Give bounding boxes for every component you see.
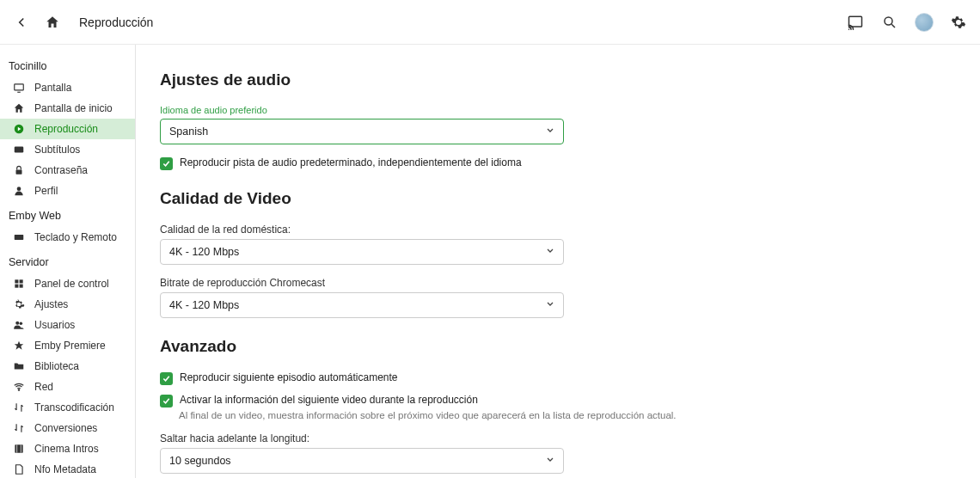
page-title: Reproducción — [79, 15, 153, 29]
home-button[interactable] — [43, 13, 62, 32]
advanced-heading: Avanzado — [160, 337, 980, 356]
audio-heading: Ajustes de audio — [160, 70, 980, 89]
users-icon — [12, 319, 26, 331]
sidebar-item-label: Teclado y Remoto — [34, 231, 117, 243]
sidebar-item-cinema-intros[interactable]: Cinema Intros — [0, 438, 135, 459]
sidebar-item-transcodificación[interactable]: Transcodificación — [0, 397, 135, 418]
sidebar-item-ajustes[interactable]: Ajustes — [0, 294, 135, 315]
sidebar-item-teclado-y-remoto[interactable]: Teclado y Remoto — [0, 227, 135, 248]
svg-point-6 — [17, 187, 21, 191]
svg-rect-8 — [15, 279, 18, 283]
video-heading: Calidad de Video — [160, 189, 980, 208]
sidebar-group-title: Servidor — [0, 248, 135, 273]
settings-content: Ajustes de audio Idioma de audio preferi… — [136, 45, 980, 478]
keyboard-icon — [12, 231, 26, 243]
sidebar-item-label: Ajustes — [34, 298, 68, 310]
swap-icon — [12, 401, 26, 414]
sidebar-item-perfil[interactable]: Perfil — [0, 181, 135, 201]
sidebar-item-nfo-metadata[interactable]: Nfo Metadata — [0, 459, 135, 478]
sidebar-item-panel-de-control[interactable]: Panel de control — [0, 273, 135, 294]
sidebar-group-title: Tocinillo — [0, 52, 135, 77]
play-circle-icon — [12, 123, 26, 135]
home-icon — [12, 102, 26, 114]
svg-rect-2 — [15, 84, 24, 90]
file-icon — [12, 463, 26, 475]
sidebar-item-label: Perfil — [34, 185, 58, 197]
sidebar-group-title: Emby Web — [0, 201, 135, 227]
swap-icon — [12, 422, 26, 434]
cast-icon[interactable] — [846, 13, 865, 32]
svg-rect-11 — [20, 285, 23, 288]
nextinfo-label: Activar la información del siguiente vid… — [180, 394, 478, 406]
sidebar-item-label: Biblioteca — [34, 360, 79, 372]
svg-rect-7 — [15, 235, 24, 240]
svg-point-13 — [20, 322, 22, 326]
sidebar-item-red[interactable]: Red — [0, 377, 135, 397]
nextinfo-help: Al final de un video, muestra informació… — [179, 410, 980, 420]
star-icon — [12, 340, 26, 352]
svg-rect-10 — [15, 285, 18, 288]
avatar[interactable] — [915, 13, 934, 32]
sidebar-item-biblioteca[interactable]: Biblioteca — [0, 356, 135, 377]
skip-fwd-select[interactable]: 10 segundos — [160, 448, 564, 474]
folder-icon — [12, 360, 26, 372]
sidebar-item-usuarios[interactable]: Usuarios — [0, 315, 135, 335]
home-quality-select[interactable]: 4K - 120 Mbps — [160, 239, 564, 265]
search-icon[interactable] — [880, 13, 899, 32]
audio-language-select[interactable]: Spanish — [160, 119, 564, 144]
top-bar: Reproducción — [0, 0, 980, 45]
autoplay-checkbox[interactable] — [160, 372, 173, 385]
sidebar-item-label: Pantalla — [34, 82, 71, 94]
wifi-icon — [12, 381, 26, 393]
monitor-icon — [12, 82, 26, 94]
sidebar-item-emby-premiere[interactable]: Emby Premiere — [0, 335, 135, 356]
svg-point-1 — [885, 17, 892, 25]
svg-rect-9 — [20, 279, 23, 283]
svg-rect-4 — [15, 147, 24, 153]
sidebar-item-label: Reproducción — [34, 123, 98, 135]
sidebar-item-label: Usuarios — [34, 319, 75, 331]
sidebar-item-label: Red — [34, 381, 53, 393]
sidebar-item-pantalla[interactable]: Pantalla — [0, 77, 135, 98]
sidebar-item-label: Pantalla de inicio — [34, 102, 113, 114]
sidebar-item-contraseña[interactable]: Contraseña — [0, 160, 135, 181]
person-icon — [12, 185, 26, 197]
sidebar-item-subtítulos[interactable]: Subtítulos — [0, 139, 135, 160]
sidebar-item-label: Nfo Metadata — [34, 463, 96, 475]
sidebar-item-label: Subtítulos — [34, 144, 80, 156]
sidebar-item-label: Cinema Intros — [34, 443, 99, 455]
sidebar-item-conversiones[interactable]: Conversiones — [0, 418, 135, 438]
dashboard-icon — [12, 278, 26, 290]
svg-point-12 — [15, 322, 19, 325]
sidebar-item-label: Panel de control — [34, 278, 109, 290]
svg-rect-15 — [15, 444, 22, 452]
autoplay-label: Reproducir siguiente episodio automática… — [180, 371, 397, 383]
sidebar-item-label: Contraseña — [34, 164, 88, 176]
sidebar-item-reproducción[interactable]: Reproducción — [0, 119, 135, 139]
default-audio-checkbox[interactable] — [160, 157, 173, 170]
sidebar-item-label: Emby Premiere — [34, 340, 106, 352]
default-audio-label: Reproducir pista de audio predeterminado… — [180, 156, 522, 169]
sidebar-item-label: Transcodificación — [34, 401, 114, 414]
sidebar: TocinilloPantallaPantalla de inicioRepro… — [0, 45, 136, 478]
settings-icon[interactable] — [949, 13, 968, 32]
home-quality-label: Calidad de la red doméstica: — [160, 224, 980, 236]
sidebar-item-pantalla-de-inicio[interactable]: Pantalla de inicio — [0, 98, 135, 119]
svg-rect-5 — [16, 169, 22, 174]
skip-fwd-label: Saltar hacia adelante la longitud: — [160, 432, 980, 444]
svg-point-14 — [18, 389, 19, 390]
back-button[interactable] — [12, 13, 31, 32]
chromecast-bitrate-select[interactable]: 4K - 120 Mbps — [160, 292, 564, 318]
sidebar-item-label: Conversiones — [34, 422, 97, 434]
chromecast-bitrate-label: Bitrate de reproducción Chromecast — [160, 277, 980, 289]
audio-pref-label: Idioma de audio preferido — [160, 105, 980, 115]
nextinfo-checkbox[interactable] — [160, 395, 173, 408]
gear-icon — [12, 298, 26, 310]
cc-icon — [12, 144, 26, 156]
film-icon — [12, 443, 26, 455]
lock-icon — [12, 164, 26, 176]
